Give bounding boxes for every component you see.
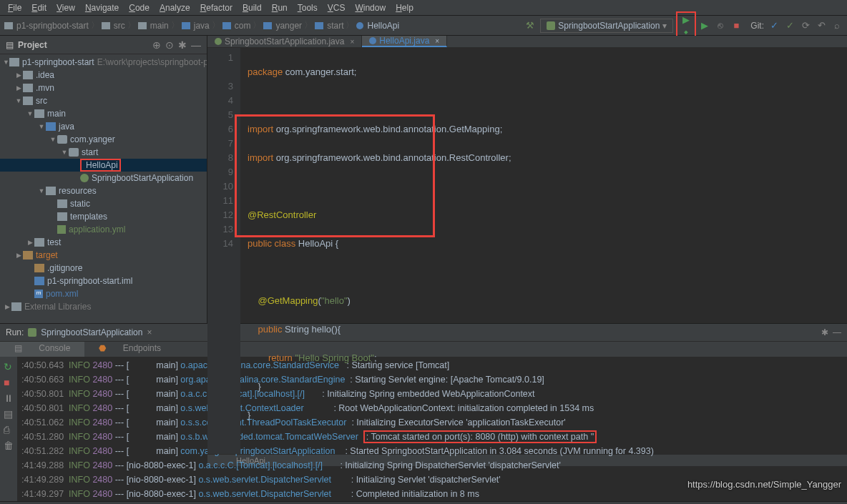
print-icon[interactable]: ⎙ [4, 424, 14, 434]
tree-src[interactable]: ▼src [0, 94, 207, 107]
run-left-toolbar: ↻ ■ ⏸ ▤ ⎙ 🗑 [0, 357, 17, 501]
tree-pkg[interactable]: ▼com.yanger [0, 133, 207, 146]
tree-gitignore[interactable]: .gitignore [0, 262, 207, 275]
folder-icon [222, 22, 231, 29]
breadcrumb-item[interactable]: com [235, 21, 251, 31]
run-config-selector[interactable]: SpringbootStartApplication ▾ [540, 19, 673, 33]
tree-target[interactable]: ▶target [0, 249, 207, 262]
stop-icon[interactable]: ■ [4, 377, 14, 387]
code-area[interactable]: package com.yanger.start; import org.spr… [240, 48, 847, 454]
vcs-update-icon[interactable]: ✓ [768, 20, 780, 31]
breadcrumb[interactable]: p1-springboot-start〉src〉main〉java〉com〉ya… [4, 19, 399, 31]
tree-main[interactable]: ▼main [0, 107, 207, 120]
tree-extlib[interactable]: ▶External Libraries [0, 300, 207, 313]
class-icon [369, 37, 376, 44]
project-pane: ▤ Project ⊕ ⊙ ✱ — ▼p1-springboot-startE:… [0, 36, 207, 323]
tree-resources[interactable]: ▼resources [0, 184, 207, 197]
search-icon[interactable]: ⌕ [831, 20, 843, 31]
tree-start[interactable]: ▼start [0, 146, 207, 159]
collapse-icon[interactable]: ⊕ [152, 39, 161, 51]
project-header: ▤ Project ⊕ ⊙ ✱ — [0, 36, 207, 54]
menu-vcs[interactable]: VCS [323, 3, 351, 13]
tree-java[interactable]: ▼java [0, 120, 207, 133]
tree-appyml[interactable]: application.yml [0, 223, 207, 236]
run-config-label: SpringbootStartApplication [558, 21, 660, 31]
vcs-history-icon[interactable]: ⟳ [800, 20, 811, 31]
tree-templates[interactable]: templates [0, 210, 207, 223]
main-split: ▤ Project ⊕ ⊙ ✱ — ▼p1-springboot-startE:… [0, 36, 847, 323]
hide-icon[interactable]: — [191, 39, 201, 51]
menu-analyze[interactable]: Analyze [155, 3, 195, 13]
editor-tabs: SpringbootStartApplication.java× HelloAp… [207, 36, 847, 48]
trash-icon[interactable]: 🗑 [4, 440, 14, 450]
folder-icon [263, 22, 272, 29]
folder-icon [138, 22, 147, 29]
run-icon[interactable]: ▶ [680, 14, 692, 26]
vcs-commit-icon[interactable]: ✓ [784, 20, 795, 31]
menu-navigate[interactable]: Navigate [80, 3, 124, 13]
close-icon[interactable]: × [435, 37, 439, 45]
tree-root[interactable]: ▼p1-springboot-startE:\work\projects\spr… [0, 56, 207, 69]
statusbar: TerminalJava EnterpriseSpring4: Run6: TO… [0, 501, 847, 504]
close-icon[interactable]: × [147, 327, 152, 337]
breadcrumb-item[interactable]: p1-springboot-start [16, 21, 89, 31]
layout-icon[interactable]: ▤ [4, 408, 14, 418]
tree-static[interactable]: static [0, 197, 207, 210]
project-icon: ▤ [6, 40, 14, 50]
tree-pom[interactable]: mpom.xml [0, 287, 207, 300]
chevron-right-icon: 〉 [346, 19, 354, 31]
breadcrumb-item[interactable]: src [114, 21, 125, 31]
git-label: Git: [750, 21, 764, 31]
tree-test[interactable]: ▶test [0, 236, 207, 249]
chevron-right-icon: 〉 [253, 19, 261, 31]
tree-helloapi[interactable]: HelloApi [0, 159, 207, 172]
hammer-icon[interactable]: ⚒ [524, 20, 536, 31]
chevron-right-icon: 〉 [127, 19, 136, 31]
editor-body[interactable]: 1 34567891011121314 package com.yanger.s… [207, 48, 847, 454]
menu-window[interactable]: Window [350, 3, 391, 13]
tree-sbapp[interactable]: SpringbootStartApplication [0, 172, 207, 184]
editor-area: SpringbootStartApplication.java× HelloAp… [207, 36, 847, 323]
menu-run[interactable]: Run [267, 3, 293, 13]
menu-view[interactable]: View [52, 3, 80, 13]
vcs-revert-icon[interactable]: ↶ [816, 20, 827, 31]
folder-icon [102, 22, 110, 29]
project-title: Project [18, 40, 148, 50]
chevron-right-icon: 〉 [212, 19, 220, 31]
stop-icon[interactable]: ■ [730, 20, 742, 31]
menu-edit[interactable]: Edit [26, 3, 52, 13]
menu-file[interactable]: File [3, 3, 26, 13]
breadcrumb-item[interactable]: java [194, 21, 210, 31]
tab-console[interactable]: ▤ Console [0, 342, 84, 357]
attach-icon[interactable]: ⎋ [715, 20, 726, 31]
menu-build[interactable]: Build [238, 3, 267, 13]
folder-icon [182, 22, 190, 29]
folder-icon [4, 22, 13, 29]
pause-icon[interactable]: ⏸ [4, 392, 14, 402]
tree-mvn[interactable]: ▶.mvn [0, 81, 207, 94]
menu-tools[interactable]: Tools [293, 3, 323, 13]
menu-refactor[interactable]: Refactor [195, 3, 238, 13]
tab-endpoints[interactable]: ⬣ Endpoints [84, 342, 175, 357]
chevron-down-icon: ▾ [662, 21, 667, 31]
menu-help[interactable]: Help [391, 3, 418, 13]
breadcrumb-item[interactable]: start [327, 21, 343, 31]
breadcrumb-item[interactable]: yanger [275, 21, 302, 31]
rerun-icon[interactable]: ↻ [4, 361, 14, 371]
project-tree[interactable]: ▼p1-springboot-startE:\work\projects\spr… [0, 54, 207, 323]
tab-helloapi[interactable]: HelloApi.java× [362, 36, 447, 47]
breadcrumb-item[interactable]: main [150, 21, 169, 31]
tree-iml[interactable]: p1-springboot-start.iml [0, 275, 207, 287]
locate-icon[interactable]: ⊙ [165, 39, 174, 51]
tree-idea[interactable]: ▶.idea [0, 69, 207, 81]
menu-code[interactable]: Code [124, 3, 155, 13]
tab-sbapp[interactable]: SpringbootStartApplication.java× [207, 36, 362, 47]
class-icon [356, 22, 363, 29]
spring-icon [215, 38, 222, 45]
breadcrumb-class[interactable]: HelloApi [367, 21, 399, 31]
gear-icon[interactable]: ✱ [178, 39, 187, 51]
gutter[interactable]: 1 34567891011121314 [207, 48, 240, 454]
watermark: https://blog.csdn.net/Simple_Yangger [687, 479, 841, 490]
close-icon[interactable]: × [350, 38, 354, 46]
run-coverage-icon[interactable]: ▶ [699, 20, 710, 31]
